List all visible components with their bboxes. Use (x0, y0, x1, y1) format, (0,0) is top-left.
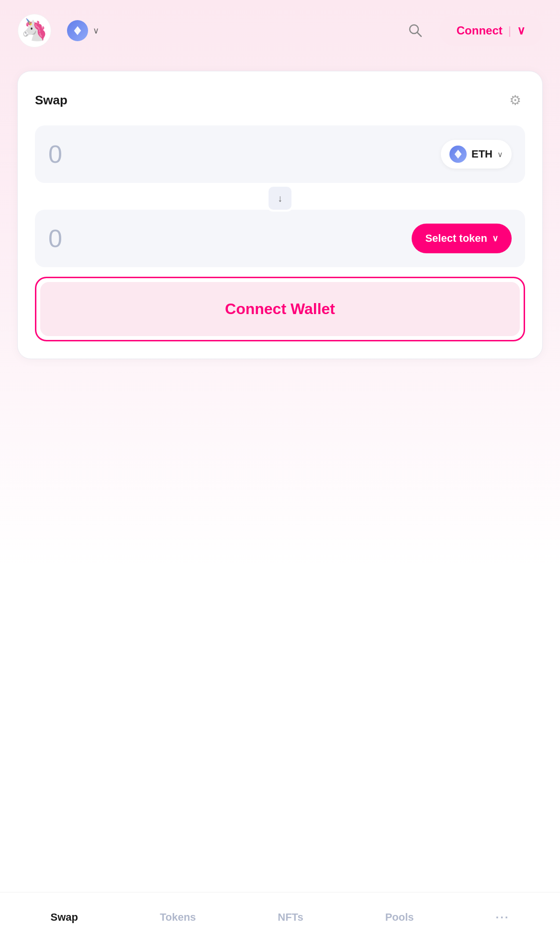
header-left: 🦄 ∨ (17, 13, 105, 48)
select-token-button[interactable]: Select token ∨ (412, 224, 512, 253)
swap-card-header: Swap ⚙ (35, 89, 525, 112)
connect-wallet-section: Connect Wallet (35, 277, 525, 341)
search-button[interactable] (403, 18, 428, 43)
eth-network-icon (67, 20, 88, 41)
from-amount: 0 (48, 140, 62, 169)
connect-wallet-label: Connect Wallet (225, 300, 335, 317)
eth-token-icon (449, 146, 467, 163)
logo[interactable]: 🦄 (17, 13, 52, 48)
nav-item-tokens[interactable]: Tokens (146, 906, 210, 928)
connect-button[interactable]: Connect | ∨ (439, 15, 543, 46)
swap-card: Swap ⚙ 0 ETH ∨ ↓ (17, 71, 543, 359)
connect-wallet-button[interactable]: Connect Wallet (40, 282, 520, 336)
swap-direction-button[interactable]: ↓ (267, 185, 293, 212)
connect-divider: | (508, 24, 511, 37)
nav-nfts-label: NFTs (278, 911, 303, 924)
to-amount: 0 (48, 224, 62, 253)
settings-button[interactable]: ⚙ (505, 89, 525, 112)
nav-swap-label: Swap (50, 911, 78, 924)
from-token-chevron-icon: ∨ (497, 150, 503, 159)
nav-item-swap[interactable]: Swap (36, 906, 92, 928)
select-token-chevron-icon: ∨ (492, 233, 498, 244)
network-chevron-icon: ∨ (93, 25, 99, 36)
header: 🦄 ∨ Connect | ∨ (0, 0, 560, 61)
header-right: Connect | ∨ (403, 15, 543, 46)
svg-line-6 (417, 33, 421, 36)
nav-item-more[interactable]: ··· (482, 906, 524, 929)
select-token-label: Select token (425, 232, 487, 245)
from-token-selector[interactable]: ETH ∨ (441, 140, 512, 169)
search-icon (407, 22, 424, 39)
nav-pools-label: Pools (385, 911, 414, 924)
from-token-name: ETH (471, 148, 493, 160)
nav-tokens-label: Tokens (160, 911, 196, 924)
svg-text:🦄: 🦄 (21, 17, 48, 43)
bottom-nav: Swap Tokens NFTs Pools ··· (0, 892, 560, 948)
nav-item-nfts[interactable]: NFTs (263, 906, 317, 928)
swap-title: Swap (35, 93, 67, 108)
nav-item-pools[interactable]: Pools (371, 906, 428, 928)
main-content: Swap ⚙ 0 ETH ∨ ↓ (0, 61, 560, 892)
connect-label: Connect (457, 24, 503, 37)
to-token-input-area: 0 Select token ∨ (35, 210, 525, 267)
from-token-input-area: 0 ETH ∨ (35, 125, 525, 183)
swap-direction-container: ↓ (35, 185, 525, 212)
nav-more-icon: ··· (496, 911, 510, 924)
connect-chevron-icon: ∨ (517, 24, 526, 37)
swap-direction-icon: ↓ (278, 193, 282, 204)
network-selector[interactable]: ∨ (61, 16, 105, 45)
